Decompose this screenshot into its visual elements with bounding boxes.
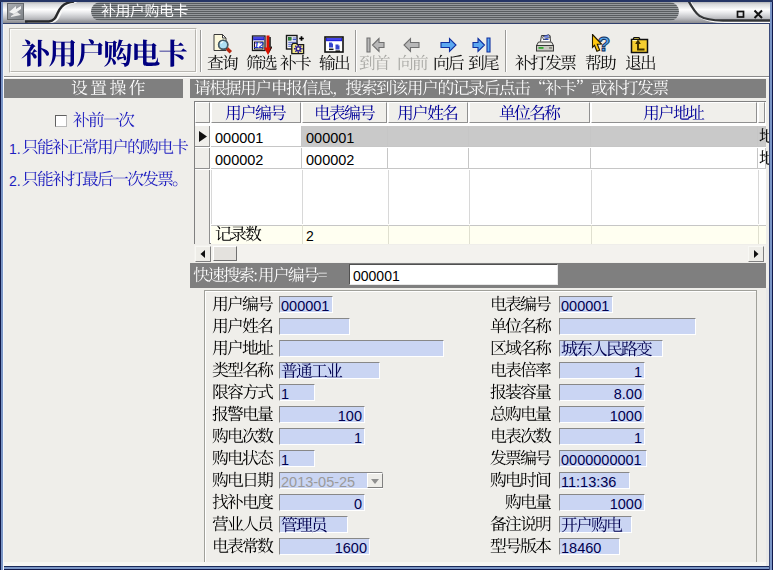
svg-text:12: 12: [254, 40, 264, 50]
